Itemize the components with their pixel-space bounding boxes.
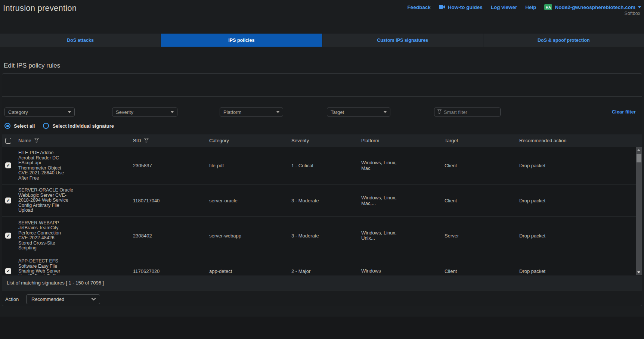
- select-all-checkbox[interactable]: [5, 138, 11, 144]
- signature-recommended-action: Drop packet: [519, 268, 545, 274]
- column-header-category: Category: [209, 134, 229, 147]
- category-filter-dropdown[interactable]: Category: [4, 108, 75, 116]
- signature-sid: 2305837: [133, 163, 152, 168]
- signature-platform: Windows: [361, 268, 410, 274]
- divider: [2, 96, 642, 97]
- page-title: Intrusion prevention: [3, 3, 77, 13]
- signature-name: APP-DETECT EFS Software Easy File Sharin…: [18, 259, 80, 275]
- tab-dos-spoof-protection[interactable]: DoS & spoof protection: [483, 34, 644, 47]
- column-header-sid: SID: [133, 138, 141, 143]
- action-dropdown[interactable]: Recommended: [26, 294, 100, 304]
- signature-name: SERVER-WEBAPP JetBrains TeamCity Perforc…: [18, 220, 80, 251]
- signature-severity: 3 - Moderate: [291, 198, 319, 203]
- tab-bar: DoS attacks IPS policies Custom IPS sign…: [0, 34, 644, 47]
- select-all-radio[interactable]: Select all: [4, 123, 35, 129]
- row-checkbox[interactable]: ✓: [5, 233, 11, 239]
- table-footer: List of matching signatures [ 1 - 150 of…: [2, 276, 642, 290]
- feedback-link[interactable]: Feedback: [407, 4, 430, 10]
- signature-name: SERVER-ORACLE Oracle WebLogic Server CVE…: [18, 188, 80, 213]
- column-header-recommended-action: Recommended action: [519, 134, 566, 147]
- filter-funnel-icon: [437, 109, 442, 115]
- edit-policy-panel: Rule name * Category Severity Platform T…: [2, 73, 642, 306]
- signature-sid: 1170627020: [133, 268, 160, 274]
- environment-label: Softbox: [625, 11, 640, 16]
- signature-category: app-detect: [209, 268, 232, 274]
- signature-platform: Windows, Linux, Mac: [361, 160, 410, 171]
- target-filter-dropdown[interactable]: Target: [327, 108, 390, 116]
- signature-platform: Windows, Linux, Unix...: [361, 230, 410, 241]
- page-bottom-area: [0, 317, 644, 339]
- signature-sid: 2308402: [133, 233, 152, 238]
- smart-filter-input[interactable]: [444, 109, 497, 115]
- signature-recommended-action: Drop packet: [519, 233, 545, 238]
- signature-recommended-action: Drop packet: [519, 163, 545, 168]
- signature-recommended-action: Drop packet: [519, 198, 545, 203]
- signature-target: Client: [445, 268, 457, 274]
- column-header-target: Target: [445, 134, 458, 147]
- signature-category: server-oracle: [209, 198, 238, 203]
- platform-filter-dropdown[interactable]: Platform: [220, 108, 283, 116]
- device-name: Node2-gw.neospherebiotech.com: [555, 4, 635, 10]
- section-title: Edit IPS policy rules: [4, 62, 60, 69]
- table-row[interactable]: ✓ SERVER-WEBAPP JetBrains TeamCity Perfo…: [2, 217, 636, 254]
- top-nav: Feedback How-to guides Log viewer Help H…: [407, 4, 641, 10]
- action-label: Action: [5, 296, 19, 302]
- vertical-scrollbar[interactable]: [636, 147, 642, 275]
- signature-sid: 1180717040: [133, 198, 160, 203]
- column-header-name: Name: [18, 138, 31, 143]
- ha-status-badge: HA: [544, 4, 552, 10]
- help-link[interactable]: Help: [525, 4, 536, 10]
- arrow-up-icon: [637, 149, 640, 151]
- column-header-severity: Severity: [291, 134, 309, 147]
- signature-table-body: ✓ FILE-PDF Adobe Acrobat Reader DC EScri…: [2, 147, 642, 275]
- log-viewer-link[interactable]: Log viewer: [491, 4, 517, 10]
- scroll-down-button[interactable]: [636, 269, 642, 275]
- signature-target: Server: [445, 233, 459, 238]
- tab-ips-policies[interactable]: IPS policies: [161, 34, 322, 47]
- column-header-platform: Platform: [361, 134, 379, 147]
- signature-category: file-pdf: [209, 163, 224, 168]
- arrow-down-icon: [637, 271, 640, 273]
- row-checkbox[interactable]: ✓: [5, 162, 11, 168]
- table-row[interactable]: ✓ SERVER-ORACLE Oracle WebLogic Server C…: [2, 184, 636, 217]
- table-header: Name SID Category Severity Platform Targ…: [2, 134, 642, 147]
- filter-funnel-icon[interactable]: [34, 138, 39, 144]
- chevron-down-icon: [68, 111, 71, 113]
- smart-filter-box: [434, 108, 501, 116]
- how-to-guides-link[interactable]: How-to guides: [439, 4, 483, 10]
- device-menu[interactable]: HA Node2-gw.neospherebiotech.com: [544, 4, 641, 10]
- chevron-down-icon: [384, 111, 387, 113]
- signature-category: server-webapp: [209, 233, 241, 238]
- selection-mode: Select all Select individual signature: [4, 123, 114, 129]
- row-checkbox[interactable]: ✓: [5, 198, 11, 203]
- row-checkbox[interactable]: ✓: [5, 268, 11, 274]
- signature-severity: 1 - Critical: [291, 163, 313, 168]
- signature-name: FILE-PDF Adobe Acrobat Reader DC EScript…: [18, 150, 80, 181]
- chevron-down-icon: [171, 111, 174, 113]
- filter-funnel-icon[interactable]: [144, 138, 149, 144]
- signature-target: Client: [445, 163, 457, 168]
- chevron-down-icon: [92, 298, 96, 301]
- scrollbar-thumb[interactable]: [637, 154, 641, 162]
- radio-icon: [4, 123, 10, 129]
- signature-severity: 2 - Major: [291, 268, 310, 274]
- select-individual-signature-radio[interactable]: Select individual signature: [43, 123, 114, 129]
- table-row[interactable]: ✓ APP-DETECT EFS Software Easy File Shar…: [2, 254, 636, 275]
- signature-severity: 3 - Moderate: [291, 233, 319, 238]
- tab-dos-attacks[interactable]: DoS attacks: [0, 34, 161, 47]
- scroll-up-button[interactable]: [636, 147, 642, 153]
- chevron-down-icon: [276, 111, 279, 113]
- intrusion-prevention-page: Intrusion prevention Feedback How-to gui…: [0, 0, 644, 339]
- signature-target: Client: [445, 198, 457, 203]
- table-row[interactable]: ✓ FILE-PDF Adobe Acrobat Reader DC EScri…: [2, 147, 636, 184]
- clear-filter-link[interactable]: Clear filter: [612, 109, 636, 115]
- tab-custom-ips-signatures[interactable]: Custom IPS signatures: [322, 34, 483, 47]
- signature-platform: Windows, Linux, Mac,...: [361, 195, 410, 206]
- severity-filter-dropdown[interactable]: Severity: [112, 108, 177, 116]
- chevron-down-icon: [638, 6, 641, 8]
- radio-icon: [43, 123, 49, 129]
- video-camera-icon: [439, 4, 445, 10]
